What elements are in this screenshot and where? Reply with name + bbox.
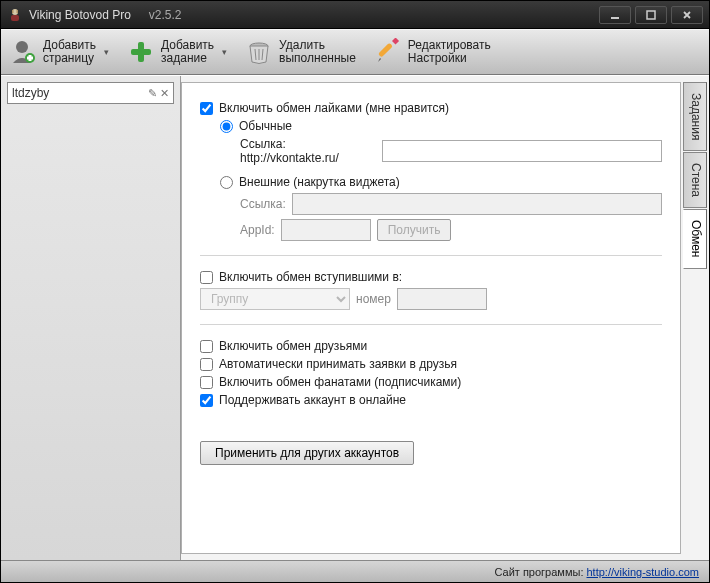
status-label: Сайт программы: (494, 566, 583, 578)
tab-wall[interactable]: Стена (683, 152, 707, 208)
svg-rect-16 (378, 43, 393, 58)
join-enable-checkbox[interactable] (200, 271, 213, 284)
svg-marker-17 (378, 58, 381, 62)
pencil-icon (374, 38, 402, 66)
likes-normal-label: Обычные (239, 119, 292, 133)
keep-online-checkbox[interactable] (200, 394, 213, 407)
status-link[interactable]: http://viking-studio.com (587, 566, 700, 578)
add-page-label-2: страницу (43, 52, 96, 65)
join-target-select[interactable]: Группу (200, 288, 350, 310)
svg-rect-18 (392, 38, 399, 45)
apply-other-accounts-button[interactable]: Применить для других аккаунтов (200, 441, 414, 465)
add-page-button[interactable]: Добавить страницу ▾ (9, 38, 109, 66)
tab-exchange[interactable]: Обмен (683, 209, 707, 269)
appid-label: AppId: (240, 223, 275, 237)
account-field[interactable]: ltdzyby ✎ ✕ (7, 82, 174, 104)
edit-account-icon[interactable]: ✎ ✕ (148, 87, 169, 100)
add-task-label-2: задание (161, 52, 214, 65)
svg-point-6 (16, 41, 28, 53)
account-name: ltdzyby (12, 86, 148, 100)
likes-link-label: Ссылка: http://vkontakte.ru/ (240, 137, 376, 165)
join-enable-label: Включить обмен вступившими в: (219, 270, 402, 284)
trash-icon (245, 38, 273, 66)
tab-tasks[interactable]: Задания (683, 82, 707, 151)
svg-rect-4 (611, 17, 619, 19)
ext-link-input[interactable] (292, 193, 662, 215)
app-window: Viking Botovod Pro v2.5.2 Добавить стран… (0, 0, 710, 583)
svg-rect-2 (12, 10, 14, 13)
separator (200, 324, 662, 325)
chevron-down-icon: ▾ (104, 47, 109, 57)
likes-external-label: Внешние (накрутка виджета) (239, 175, 400, 189)
chevron-down-icon: ▾ (222, 47, 227, 57)
fans-enable-checkbox[interactable] (200, 376, 213, 389)
svg-rect-11 (131, 49, 151, 55)
close-button[interactable] (671, 6, 703, 24)
statusbar: Сайт программы: http://viking-studio.com (1, 560, 709, 582)
edit-settings-label-2: Настройки (408, 52, 491, 65)
edit-settings-button[interactable]: Редактировать Настройки (374, 38, 491, 66)
plus-icon (127, 38, 155, 66)
appid-input[interactable] (281, 219, 371, 241)
fans-enable-label: Включить обмен фанатами (подписчиками) (219, 375, 461, 389)
get-appid-button[interactable]: Получить (377, 219, 452, 241)
app-icon (7, 7, 23, 23)
right-tabs: Задания Стена Обмен (683, 82, 707, 554)
main-panel: Включить обмен лайками (мне нравится) Об… (181, 82, 681, 554)
friends-enable-label: Включить обмен друзьями (219, 339, 367, 353)
svg-rect-9 (27, 57, 33, 60)
add-task-button[interactable]: Добавить задание ▾ (127, 38, 227, 66)
svg-rect-5 (647, 11, 655, 19)
join-number-label: номер (356, 292, 391, 306)
window-title: Viking Botovod Pro (29, 8, 131, 22)
window-version: v2.5.2 (149, 8, 182, 22)
maximize-button[interactable] (635, 6, 667, 24)
join-number-input[interactable] (397, 288, 487, 310)
separator (200, 255, 662, 256)
delete-done-button[interactable]: Удалить выполненные (245, 38, 356, 66)
sidebar: ltdzyby ✎ ✕ (1, 76, 181, 560)
likes-enable-checkbox[interactable] (200, 102, 213, 115)
titlebar: Viking Botovod Pro v2.5.2 (1, 1, 709, 29)
delete-done-label-2: выполненные (279, 52, 356, 65)
likes-link-input[interactable] (382, 140, 662, 162)
body: ltdzyby ✎ ✕ Включить обмен лайками (мне … (1, 75, 709, 560)
user-add-icon (9, 38, 37, 66)
friends-enable-checkbox[interactable] (200, 340, 213, 353)
likes-normal-radio[interactable] (220, 120, 233, 133)
minimize-button[interactable] (599, 6, 631, 24)
keep-online-label: Поддерживать аккаунт в онлайне (219, 393, 406, 407)
toolbar: Добавить страницу ▾ Добавить задание ▾ (1, 29, 709, 75)
likes-enable-label: Включить обмен лайками (мне нравится) (219, 101, 449, 115)
ext-link-label: Ссылка: (240, 197, 286, 211)
auto-accept-label: Автоматически принимать заявки в друзья (219, 357, 457, 371)
likes-external-radio[interactable] (220, 176, 233, 189)
auto-accept-checkbox[interactable] (200, 358, 213, 371)
svg-rect-1 (11, 15, 19, 21)
svg-rect-3 (17, 10, 19, 13)
